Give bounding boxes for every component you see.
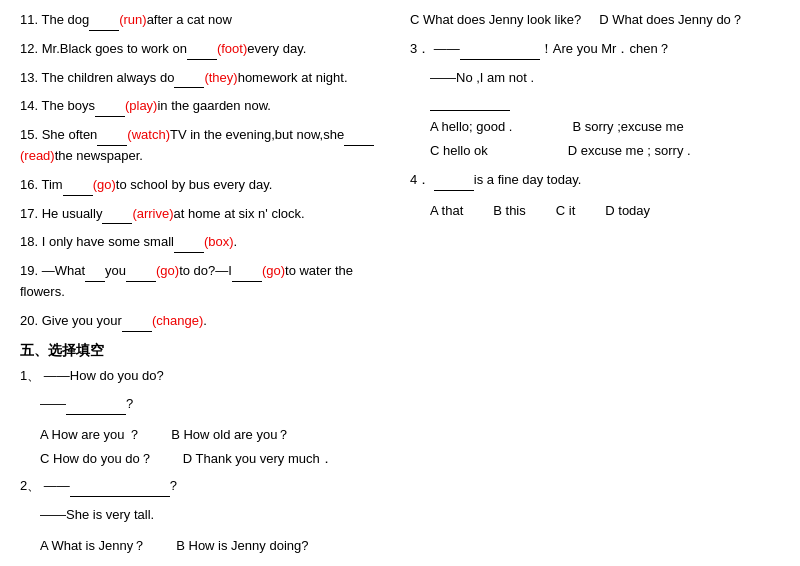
q4-num: 4．	[410, 172, 430, 187]
q3-line: 3． ——！Are you Mr．chen？	[410, 39, 780, 60]
section5-header: 五、选择填空	[20, 342, 390, 360]
q3-opts-row1: A hello; good . B sorry ;excuse me	[430, 115, 780, 138]
q3-num: 3．	[410, 41, 430, 56]
q19-num: 19.	[20, 263, 38, 278]
q19-blank3	[232, 268, 262, 282]
q17-blank	[102, 210, 132, 224]
q4-opts-row1: A that B this C it D today	[430, 199, 780, 222]
q19-blank1	[85, 268, 105, 282]
q3-blank-line	[430, 96, 780, 111]
s5-q1-optB: B How old are you？	[171, 423, 290, 446]
q13-blank	[174, 74, 204, 88]
s5-q1-options: A How are you ？ B How old are you？ C How…	[40, 423, 390, 470]
question-13: 13. The children always do(they)homework…	[20, 68, 390, 89]
q12-answer: (foot)	[217, 41, 247, 56]
q12-blank	[187, 46, 217, 60]
right-optD: D What does Jenny do？	[599, 12, 744, 27]
q15-blank1	[97, 132, 127, 146]
q18-answer: (box)	[204, 234, 234, 249]
q4-optC: C it	[556, 199, 576, 222]
q14-blank	[95, 103, 125, 117]
question-12: 12. Mr.Black goes to work on(foot)every …	[20, 39, 390, 60]
q3-block: 3． ——！Are you Mr．chen？ ——No ,I am not . …	[410, 39, 780, 162]
q4-optD: D today	[605, 199, 650, 222]
q15-num: 15.	[20, 127, 38, 142]
q17-answer: (arrive)	[132, 206, 173, 221]
s5-q2-blank	[70, 483, 170, 497]
q4-optB: B this	[493, 199, 526, 222]
q3-opts-row2: C hello ok D excuse me ; sorry .	[430, 139, 780, 162]
q20-answer: (change)	[152, 313, 203, 328]
q4-block: 4． is a fine day today. A that B this C …	[410, 170, 780, 222]
left-column: 11. The dog(run)after a cat now 12. Mr.B…	[20, 10, 400, 557]
q4-blank	[434, 177, 474, 191]
s5-q1-options-row2: C How do you do？ D Thank you very much．	[40, 447, 390, 470]
q15-answer1: (watch)	[127, 127, 170, 142]
q3-answer-line: ——No ,I am not .	[430, 68, 780, 89]
q15-answer2: (read)	[20, 148, 55, 163]
q19-blank2	[126, 268, 156, 282]
q12-num: 12.	[20, 41, 38, 56]
q19-answer3: (go)	[262, 263, 285, 278]
q18-blank	[174, 239, 204, 253]
q4-line: 4． is a fine day today.	[410, 170, 780, 191]
s5-q1-blank	[66, 401, 126, 415]
q15-blank2	[344, 132, 374, 146]
s5-q1-line: ——?	[40, 394, 390, 415]
s5-q1-options-row1: A How are you ？ B How old are you？	[40, 423, 390, 446]
s5-q1-optC: C How do you do？	[40, 447, 153, 470]
question-14: 14. The boys(play)in the gaarden now.	[20, 96, 390, 117]
q13-answer: (they)	[204, 70, 237, 85]
q3-options: A hello; good . B sorry ;excuse me C hel…	[430, 115, 780, 162]
q11-blank	[89, 17, 119, 31]
question-16: 16. Tim(go)to school by bus every day.	[20, 175, 390, 196]
q16-blank	[63, 182, 93, 196]
question-19: 19. —Whatyou(go)to do?—I(go)to water the…	[20, 261, 390, 303]
s5-q1-optA: A How are you ？	[40, 423, 141, 446]
question-11: 11. The dog(run)after a cat now	[20, 10, 390, 31]
s5-q2: 2、 ——?	[20, 476, 390, 497]
s5-q2-options: A What is Jenny？ B How is Jenny doing?	[40, 534, 390, 557]
question-15: 15. She often(watch)TV in the evening,bu…	[20, 125, 390, 167]
s5-q1-num: 1、	[20, 368, 40, 383]
q3-optC: C hello ok	[430, 139, 488, 162]
q11-num: 11.	[20, 12, 38, 27]
q13-num: 13.	[20, 70, 38, 85]
q11-answer: (run)	[119, 12, 146, 27]
q14-answer: (play)	[125, 98, 158, 113]
right-column: C What does Jenny look like? D What does…	[400, 10, 780, 557]
s5-q1-optD: D Thank you very much．	[183, 447, 333, 470]
s5-q2-optB: B How is Jenny doing?	[176, 534, 308, 557]
q20-blank	[122, 318, 152, 332]
q19-answer2: (go)	[156, 263, 179, 278]
q14-num: 14.	[20, 98, 38, 113]
q4-options: A that B this C it D today	[430, 199, 780, 222]
q4-optA: A that	[430, 199, 463, 222]
q17-num: 17.	[20, 206, 38, 221]
q18-num: 18.	[20, 234, 38, 249]
question-17: 17. He usually(arrive)at home at six n' …	[20, 204, 390, 225]
q16-answer: (go)	[93, 177, 116, 192]
q3-blank1	[460, 46, 540, 60]
s5-q2-num: 2、	[20, 478, 40, 493]
q20-num: 20.	[20, 313, 38, 328]
q3-optB: B sorry ;excuse me	[572, 115, 683, 138]
s5-q1: 1、 ——How do you do?	[20, 366, 390, 387]
s5-q2-answer: ——She is very tall.	[40, 505, 390, 526]
right-cd-options: C What does Jenny look like? D What does…	[410, 10, 780, 31]
question-18: 18. I only have some small(box).	[20, 232, 390, 253]
q16-num: 16.	[20, 177, 38, 192]
s5-q2-options-row1: A What is Jenny？ B How is Jenny doing?	[40, 534, 390, 557]
question-20: 20. Give you your(change).	[20, 311, 390, 332]
q3-blank2	[430, 97, 510, 111]
q3-optA: A hello; good .	[430, 115, 512, 138]
s5-q2-optA: A What is Jenny？	[40, 534, 146, 557]
q3-optD: D excuse me ; sorry .	[568, 139, 691, 162]
right-optC: C What does Jenny look like?	[410, 12, 581, 27]
